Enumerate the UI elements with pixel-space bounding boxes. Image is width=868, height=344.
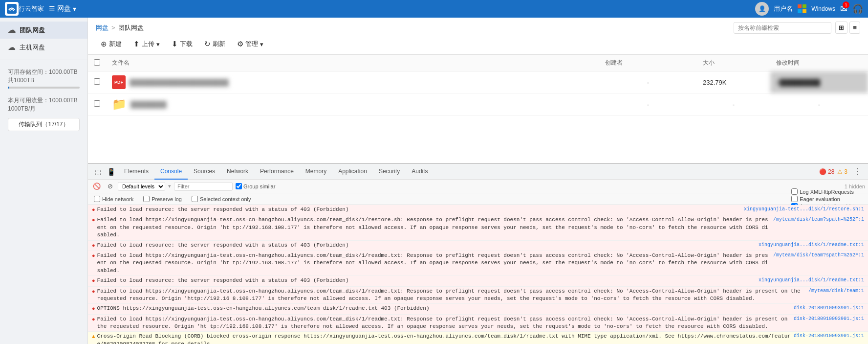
warn-count: 3: [844, 168, 847, 175]
tab-network[interactable]: Network: [221, 164, 254, 180]
nav-disk-label: 网盘: [57, 4, 71, 13]
sidebar: ☁ 团队网盘 ☁ 主机网盘 可用存储空间：1000.00TB共1000TB 本月…: [0, 18, 88, 344]
console-level-select[interactable]: Default levels: [118, 182, 165, 191]
tab-elements[interactable]: Elements: [118, 164, 154, 180]
download-button[interactable]: ⬇ 下载: [167, 38, 197, 50]
tab-network-label: Network: [227, 168, 248, 175]
nav-disk[interactable]: ☰ 网盘 ▾: [49, 4, 76, 13]
headset-button[interactable]: 🎧: [852, 3, 863, 14]
storage-label: 可用存储空间：1000.00TB共1000TB: [8, 69, 78, 84]
monthly-sub: 1000TB/月: [8, 105, 80, 113]
col-filename: 文件名: [106, 55, 599, 71]
new-label: 新建: [109, 40, 122, 48]
manage-icon: ⚙: [237, 40, 243, 48]
upload-icon: ⬆: [133, 40, 140, 48]
storage-info: 可用存储空间：1000.00TB共1000TB: [0, 64, 87, 94]
refresh-button[interactable]: ↻ 刷新: [199, 38, 230, 50]
grid-view-button[interactable]: ⊞: [835, 22, 847, 34]
toolbar: ⊕ 新建 ⬆ 上传 ▾ ⬇ 下载 ↻ 刷新 ⚙ 管理: [96, 38, 860, 54]
row-checkbox[interactable]: [94, 100, 100, 107]
devtools-panel: ⬚ 📱 Elements Console Sources Network Per…: [88, 163, 868, 344]
mail-button[interactable]: ✉ 1: [840, 3, 847, 14]
console-msg-source[interactable]: /myteam/disk/team:1: [805, 288, 864, 295]
pdf-icon: PDF: [112, 75, 126, 89]
devtools-more-button[interactable]: ⋮: [850, 165, 864, 178]
devtools-inspect-icon[interactable]: ⬚: [92, 166, 104, 178]
tab-security[interactable]: Security: [373, 164, 406, 180]
tab-sources[interactable]: Sources: [188, 164, 221, 180]
select-all-checkbox[interactable]: [94, 59, 100, 66]
content-area: 网盘 > 团队网盘 ⊞ ≡ ⊕ 新建 ⬆ 上传: [88, 18, 868, 344]
console-filter-input[interactable]: [174, 182, 233, 191]
breadcrumb-sep: >: [111, 24, 115, 31]
upload-button[interactable]: ⬆ 上传 ▾: [129, 38, 165, 50]
tab-audits[interactable]: Audits: [406, 164, 434, 180]
folder-icon: 📁: [112, 97, 127, 111]
col-modified: 修改时间: [770, 55, 868, 71]
console-msg-source[interactable]: disk-20180910093901.js:1: [794, 316, 864, 322]
console-msg-source[interactable]: xingyunguanjia...disk/1/readme.txt:1: [759, 277, 864, 284]
error-icon: 🔴: [819, 168, 826, 175]
my-disk-icon: ☁: [8, 43, 16, 52]
upload-label: 上传: [142, 40, 154, 48]
content-header: 网盘 > 团队网盘 ⊞ ≡ ⊕ 新建 ⬆ 上传: [88, 18, 868, 55]
hide-network-option[interactable]: Hide network: [94, 196, 133, 202]
col-creator: 创建者: [599, 55, 697, 71]
table-row: PDF ██████████████████████ - 232.79K 2██…: [88, 71, 868, 93]
preserve-log-label: Preserve log: [152, 196, 182, 202]
search-input[interactable]: [734, 22, 831, 34]
manage-button[interactable]: ⚙ 管理 ▾: [232, 38, 268, 50]
console-msg-source[interactable]: xingyunguanjia-test...disk/1/restore.sh:…: [744, 206, 864, 213]
file-name: ██████████████████████: [130, 79, 229, 86]
row-checkbox[interactable]: [94, 78, 100, 85]
log-xhr-label: Log XMLHttpRequests: [800, 189, 854, 195]
devtools-device-icon[interactable]: 📱: [104, 166, 118, 178]
download-label: 下载: [180, 40, 193, 48]
log-xhr-option[interactable]: Log XMLHttpRequests: [791, 188, 854, 195]
console-clear-button[interactable]: 🚫: [91, 182, 103, 191]
console-msg-text: Failed to load https://xingyunguanjia-te…: [97, 252, 771, 275]
row-creator: -: [599, 93, 697, 115]
tab-memory[interactable]: Memory: [300, 164, 332, 180]
console-toolbar: 🚫 ⊘ Default levels ▾ Group similar 1 hid…: [88, 180, 868, 193]
row-filename-cell[interactable]: PDF ██████████████████████: [106, 71, 599, 93]
top-bar: 行云智家 ☰ 网盘 ▾ 👤 用户名 Windows ✉ 1 🎧: [0, 0, 868, 18]
transfer-queue[interactable]: 传输队列（17/17）: [8, 118, 80, 131]
sidebar-item-team-disk[interactable]: ☁ 团队网盘: [0, 22, 87, 39]
console-msg-source[interactable]: /myteam/disk/team?spath=%252F:1: [773, 216, 864, 223]
console-msg-source[interactable]: /myteam/disk/team?spath=%252F:1: [773, 252, 864, 259]
console-message-row: ●Failed to load resource: the server res…: [88, 276, 868, 286]
preserve-log-option[interactable]: Preserve log: [143, 196, 182, 202]
eager-eval-option[interactable]: Eager evaluation: [791, 196, 840, 202]
manage-label: 管理: [245, 40, 258, 48]
selected-context-label: Selected context only: [200, 196, 251, 202]
sidebar-item-my-disk[interactable]: ☁ 主机网盘: [0, 39, 87, 56]
sidebar-item-label-team-disk: 团队网盘: [20, 26, 45, 35]
tab-console[interactable]: Console: [154, 164, 188, 180]
file-name: ████████: [130, 101, 167, 108]
console-msg-source[interactable]: disk-20180910093901.js:1: [794, 333, 864, 340]
console-options: Hide network Preserve log Selected conte…: [88, 193, 868, 205]
console-msg-source[interactable]: disk-20180910093901.js:1: [794, 305, 864, 312]
row-filename-cell[interactable]: 📁 ████████: [106, 93, 599, 115]
console-message-row: ▲Cross-Origin Read Blocking (CORB) block…: [88, 332, 868, 344]
tab-performance[interactable]: Performance: [254, 164, 300, 180]
console-msg-source[interactable]: xingyunguanjia...disk/1/readme.txt:1: [759, 242, 864, 249]
selected-context-option[interactable]: Selected context only: [192, 196, 251, 202]
group-similar-checkbox[interactable]: Group similar: [236, 183, 275, 189]
list-view-button[interactable]: ≡: [849, 22, 860, 34]
avatar[interactable]: 👤: [755, 2, 769, 16]
tab-application[interactable]: Application: [332, 164, 373, 180]
console-msg-text: Failed to load resource: the server resp…: [97, 206, 742, 213]
new-button[interactable]: ⊕ 新建: [96, 38, 127, 50]
console-messages: ●Failed to load resource: the server res…: [88, 205, 868, 344]
console-message-row: ●Failed to load https://xingyunguanjia-t…: [88, 287, 868, 304]
refresh-icon: ↻: [204, 40, 211, 48]
console-msg-text: Failed to load resource: the server resp…: [97, 242, 757, 249]
console-message-row: ●Failed to load https://xingyunguanjia-t…: [88, 251, 868, 276]
row-size: -: [697, 93, 770, 115]
console-msg-icon: ●: [92, 217, 95, 224]
console-filter-button[interactable]: ⊘: [106, 182, 115, 191]
breadcrumb-root[interactable]: 网盘: [96, 23, 108, 32]
console-msg-text: Failed to load resource: the server resp…: [97, 277, 757, 284]
